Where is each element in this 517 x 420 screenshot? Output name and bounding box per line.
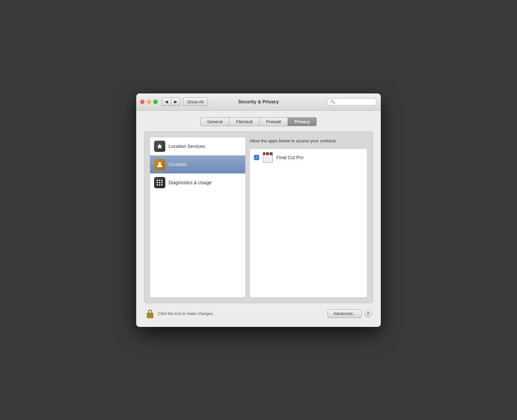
svg-point-0 <box>158 162 161 165</box>
forward-button[interactable]: ▶ <box>171 97 180 106</box>
window-title: Security & Privacy <box>238 99 279 104</box>
title-bar: ◀ ▶ Show All Security & Privacy 🔍 <box>136 93 381 111</box>
content-area: General FileVault Firewall Privacy Locat… <box>136 111 381 327</box>
sidebar-item-diagnostics[interactable]: Diagnostics & Usage <box>150 174 245 192</box>
location-services-label: Location Services <box>169 144 205 149</box>
svg-rect-6 <box>161 182 163 183</box>
sidebar-list: Location Services Contacts <box>150 137 246 298</box>
app-name-finalcutpro: Final Cut Pro <box>276 155 303 160</box>
app-checkbox-finalcutpro[interactable]: ✓ <box>254 155 259 160</box>
maximize-button[interactable] <box>153 100 158 104</box>
sidebar-item-contacts[interactable]: Contacts <box>150 156 245 174</box>
help-button[interactable]: ? <box>364 310 372 317</box>
right-panel: Allow the apps below to access your cont… <box>250 137 367 298</box>
tabs-bar: General FileVault Firewall Privacy <box>144 117 373 126</box>
right-panel-description: Allow the apps below to access your cont… <box>250 137 367 145</box>
svg-rect-9 <box>161 184 163 186</box>
show-all-button[interactable]: Show All <box>183 97 208 106</box>
back-button[interactable]: ◀ <box>162 97 171 106</box>
svg-rect-3 <box>161 180 163 181</box>
clapperboard-icon <box>262 152 273 163</box>
apps-list: ✓ <box>250 149 367 298</box>
app-icon-finalcutpro <box>262 152 273 163</box>
svg-rect-8 <box>159 184 160 186</box>
contacts-icon <box>154 159 165 170</box>
tab-general[interactable]: General <box>200 117 229 126</box>
bottom-bar: Click the lock to make changes. Advanced… <box>144 308 373 319</box>
svg-point-12 <box>149 314 151 316</box>
bottom-actions: Advanced... ? <box>328 309 372 318</box>
lock-icon[interactable] <box>145 308 155 319</box>
nav-buttons: ◀ ▶ <box>162 97 180 106</box>
svg-rect-2 <box>159 180 160 181</box>
svg-rect-7 <box>157 184 158 186</box>
svg-rect-4 <box>157 182 158 183</box>
search-box: 🔍 <box>327 98 377 105</box>
contacts-label: Contacts <box>169 162 187 167</box>
lock-text: Click the lock to make changes. <box>158 311 214 316</box>
main-panel: Location Services Contacts <box>144 131 373 303</box>
sidebar-item-location[interactable]: Location Services <box>150 137 245 156</box>
svg-rect-1 <box>157 180 158 181</box>
search-input[interactable] <box>337 99 374 104</box>
tab-filevault[interactable]: FileVault <box>229 117 259 126</box>
diagnostics-label: Diagnostics & Usage <box>169 180 212 185</box>
svg-rect-5 <box>159 182 160 183</box>
advanced-button[interactable]: Advanced... <box>328 309 362 318</box>
location-services-icon <box>154 141 165 152</box>
window: ◀ ▶ Show All Security & Privacy 🔍 Genera… <box>136 93 381 327</box>
minimize-button[interactable] <box>147 100 151 104</box>
app-item-finalcutpro[interactable]: ✓ <box>250 149 367 166</box>
close-button[interactable] <box>140 100 144 104</box>
diagnostics-icon <box>154 177 165 188</box>
search-icon: 🔍 <box>330 99 335 104</box>
traffic-lights <box>140 100 158 104</box>
tab-privacy[interactable]: Privacy <box>288 117 317 126</box>
tab-firewall[interactable]: Firewall <box>259 117 288 126</box>
